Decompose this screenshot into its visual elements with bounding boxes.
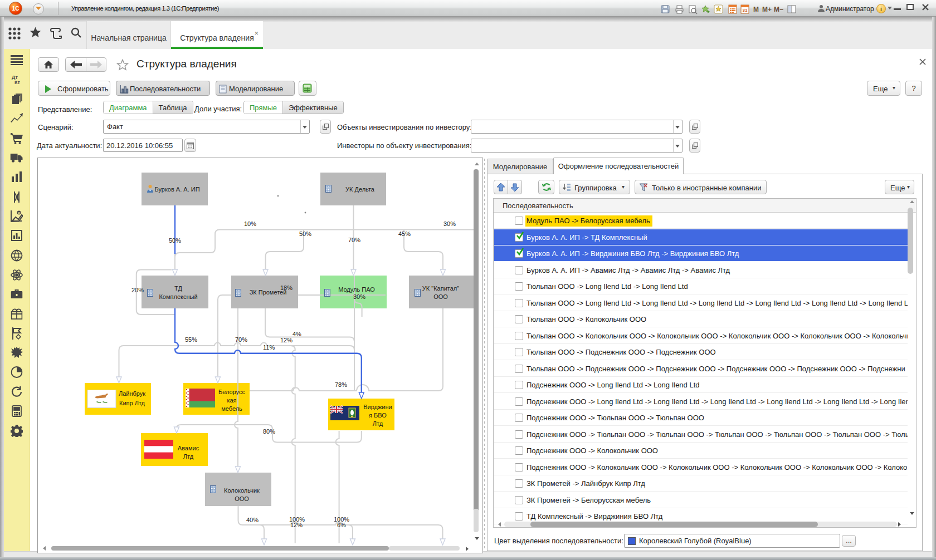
svg-text:45%: 45%: [398, 230, 411, 237]
svg-text:ООО: ООО: [433, 293, 448, 300]
svg-text:Лтд: Лтд: [183, 453, 194, 460]
svg-text:Кт: Кт: [14, 80, 20, 85]
svg-text:30%: 30%: [443, 220, 456, 227]
svg-text:70%: 70%: [348, 237, 360, 243]
svg-text:31: 31: [743, 8, 748, 13]
svg-text:Бурков А. А. ИП: Бурков А. А. ИП: [154, 186, 199, 193]
svg-text:M−: M−: [774, 6, 783, 13]
svg-text:Комплексный: Комплексный: [159, 293, 197, 300]
svg-text:10%: 10%: [244, 220, 256, 227]
svg-text:Модуль ПАО: Модуль ПАО: [338, 286, 375, 293]
svg-text:4%: 4%: [292, 331, 301, 337]
svg-text:кая: кая: [227, 397, 236, 404]
svg-text:11%: 11%: [263, 344, 275, 351]
svg-text:12%: 12%: [290, 522, 303, 528]
svg-text:Кипр Лтд: Кипр Лтд: [119, 400, 145, 406]
svg-text:55%: 55%: [185, 336, 197, 343]
svg-text:50%: 50%: [169, 237, 181, 244]
svg-text:78%: 78%: [335, 381, 347, 388]
svg-text:УК "Капитал": УК "Капитал": [422, 285, 459, 292]
svg-text:70%: 70%: [235, 336, 247, 343]
svg-text:мебель: мебель: [221, 405, 242, 412]
svg-text:18%: 18%: [280, 284, 292, 291]
svg-text:Лтд: Лтд: [373, 420, 383, 427]
svg-text:₽: ₽: [18, 212, 20, 215]
svg-text:ТД: ТД: [174, 285, 182, 292]
svg-text:Авамис: Авамис: [178, 445, 199, 451]
svg-text:Колокольчик: Колокольчик: [224, 487, 260, 494]
svg-text:M+: M+: [762, 6, 772, 13]
svg-text:Белорусс: Белорусс: [218, 389, 246, 395]
svg-text:30%: 30%: [353, 293, 365, 300]
svg-text:80%: 80%: [263, 428, 275, 435]
svg-text:40%: 40%: [246, 517, 259, 523]
svg-text:УК Дельта: УК Дельта: [345, 186, 375, 193]
svg-text:ООО: ООО: [235, 495, 249, 502]
svg-text:12%: 12%: [280, 337, 292, 343]
svg-text:M: M: [753, 6, 759, 13]
svg-text:6%: 6%: [337, 522, 346, 528]
svg-text:Вирджини: Вирджини: [363, 404, 392, 410]
svg-text:Лайнбрук: Лайнбрук: [119, 390, 145, 397]
svg-text:20%: 20%: [131, 287, 144, 293]
svg-text:я БВО: я БВО: [369, 412, 387, 419]
svg-text:50%: 50%: [299, 230, 311, 237]
